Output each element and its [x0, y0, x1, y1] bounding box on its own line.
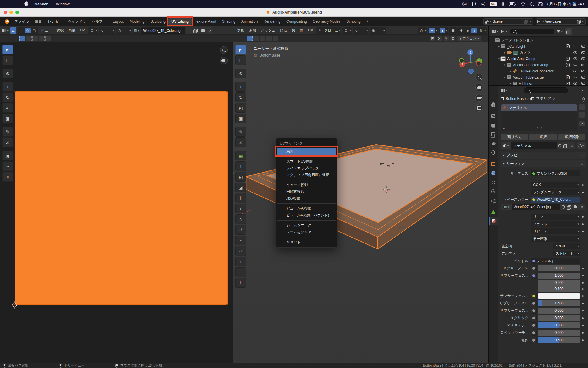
extrude-tool-button[interactable]: ↑ — [235, 161, 246, 171]
uv-menu-2[interactable]: 画像 — [66, 27, 78, 34]
tweak-tool-button[interactable]: ◤ — [2, 45, 13, 54]
workspace-tab-modeling[interactable]: Modeling — [127, 18, 148, 25]
disable-render-camera-icon[interactable] — [581, 64, 585, 66]
material-action-button-0[interactable]: 割り当て — [501, 134, 528, 140]
menubar-item-window[interactable]: Window — [52, 2, 74, 6]
properties-tab-render[interactable] — [489, 112, 498, 120]
resize-grip-icon[interactable]: ∷∷ — [505, 127, 575, 130]
select-mode-invert[interactable] — [39, 36, 45, 41]
tweak-tool-button[interactable]: ◤ — [235, 45, 246, 54]
context-menu-item-ビューから投影 (バウンド)[interactable]: ビューから投影 (バウンド) — [276, 212, 337, 219]
breadcrumb-tab[interactable]: マテリアル — [536, 96, 555, 101]
context-menu-item-シームをクリア[interactable]: シームをクリア — [276, 229, 337, 236]
input-source-badge[interactable]: US — [490, 2, 497, 6]
scene-selector[interactable]: ▾ Scene × — [483, 18, 533, 25]
dropdown-ストレート[interactable]: ストレート▾ — [553, 251, 580, 256]
outliner-item-label[interactable]: カメラ — [520, 50, 564, 55]
breadcrumb-object[interactable]: BottomBase — [506, 97, 526, 101]
new-view-layer-icon[interactable] — [577, 20, 581, 23]
outliner-row-Audio-Amp Group[interactable]: ▾Audio-Amp Group✓ — [489, 56, 588, 62]
airpods-icon[interactable] — [472, 2, 476, 6]
context-menu-item-アクティブ四角形面に追従[interactable]: アクティブ四角形面に追従 — [276, 172, 337, 178]
knife-tool-button[interactable]: / — [235, 204, 246, 213]
outliner-row-_Cam/Light[interactable]: ▾_Cam/Light✓ — [489, 43, 588, 49]
inset-tool-button[interactable]: ◱ — [235, 172, 246, 182]
close-window-button[interactable] — [4, 11, 7, 14]
select-mode-intersect[interactable] — [273, 36, 278, 41]
hide-eye-icon[interactable] — [573, 51, 577, 54]
node-socket-button[interactable] — [531, 337, 537, 343]
snap-dropdown[interactable]: ∪⠿▾ — [353, 27, 369, 34]
workspace-tab-animation[interactable]: Animation — [238, 18, 261, 25]
outliner-row-シーンコレクション[interactable]: シーンコレクション — [489, 37, 588, 43]
new-collection-button[interactable] — [565, 28, 572, 35]
uv-vertex-select-button[interactable]: ◦ — [18, 28, 24, 33]
context-menu-item-展開[interactable]: 展開 — [277, 148, 336, 155]
select-mode-subtract[interactable] — [260, 36, 265, 41]
properties-tab-tool[interactable] — [489, 101, 498, 108]
workspace-tab-rendering[interactable]: Rendering — [260, 18, 283, 25]
value-slider[interactable]: 0.500 — [538, 337, 580, 343]
bluetooth-icon[interactable] — [501, 2, 504, 6]
rotate-tool-button[interactable]: ↻ — [235, 92, 246, 102]
disable-render-camera-icon[interactable] — [581, 82, 585, 85]
proportional-edit-group[interactable]: ◉⌒▾ — [370, 27, 386, 34]
node-value-field[interactable]: Wood027_4K_Color... — [531, 197, 580, 203]
image-browse-button[interactable]: ▾ — [501, 204, 512, 210]
node-tree-dropdown[interactable]: ▾ — [577, 142, 586, 149]
properties-tab-scene[interactable] — [489, 140, 498, 147]
move-tool-button[interactable]: + — [235, 82, 246, 92]
properties-tab-object-data[interactable] — [489, 208, 498, 216]
select-mode-subtract[interactable] — [32, 36, 38, 41]
value-slider[interactable]: 0.500 — [538, 322, 580, 328]
viewport-camera-icon[interactable] — [475, 94, 483, 102]
uv-proportional-edit-group[interactable]: ◎⌒▾ — [116, 27, 132, 34]
measure-tool-button[interactable]: ∠ — [235, 137, 246, 147]
options-dropdown[interactable]: オプション▾ — [457, 36, 481, 42]
outliner-row-カメラ[interactable]: ▸カメラ — [489, 49, 588, 56]
measure-tool-button[interactable]: ∠ — [2, 137, 13, 147]
properties-tab-view-layer[interactable] — [489, 130, 498, 138]
node-value-field[interactable]: プリンシプルBSDF — [531, 170, 580, 176]
new-scene-icon[interactable] — [525, 20, 528, 23]
scale-tool-button[interactable]: ◰ — [2, 103, 13, 113]
cursor-2d-tool-button[interactable]: ⊕ — [2, 69, 13, 78]
node-socket-button[interactable] — [531, 322, 537, 328]
visibility-checkbox[interactable]: ✓ — [566, 63, 570, 67]
select-mode-set[interactable] — [19, 36, 25, 41]
outliner-item-label[interactable]: _Cam/Light — [507, 44, 564, 49]
dropdown-ランダムウォーク[interactable]: ランダムウォーク▾ — [531, 189, 580, 195]
surface-panel-header[interactable]: ▾ サーフェス ∷ — [501, 160, 586, 167]
dropdown-リニア[interactable]: リニア▾ — [531, 214, 580, 220]
properties-tab-output[interactable] — [489, 121, 498, 129]
viewport-ortho-toggle-icon[interactable] — [475, 104, 483, 112]
visibility-checkbox[interactable]: ✓ — [566, 75, 570, 79]
editor-type-menu[interactable]: ▾ — [491, 28, 499, 34]
disable-render-camera-icon[interactable] — [581, 76, 585, 79]
outliner-row-_Null-AudioConnector[interactable]: ▸_Null-AudioConnector — [489, 68, 588, 74]
properties-tab-particles[interactable] — [489, 178, 498, 186]
loop-cut-tool-button[interactable]: ∥ — [235, 193, 246, 203]
outliner-item-label[interactable]: _Null-AudioConnector — [519, 69, 564, 73]
pivot-point-dropdown[interactable]: ⊙▾ — [342, 27, 352, 34]
image-name-field[interactable]: Wood027_4K_Color.jpg — [141, 27, 185, 34]
wifi-icon[interactable] — [521, 2, 525, 6]
gizmos-toggle[interactable]: ✣▾ — [428, 27, 438, 34]
node-socket-button[interactable] — [531, 315, 537, 321]
transform-tool-button[interactable]: ▣ — [2, 114, 13, 123]
preview-panel-header[interactable]: ▸ プレビュー ∷ — [501, 152, 586, 159]
uv-zoom-icon[interactable] — [220, 46, 228, 54]
disclosure-arrow-icon[interactable]: ▾ — [508, 82, 513, 85]
scene-name[interactable]: Scene — [493, 19, 524, 24]
hide-eye-icon[interactable] — [573, 82, 577, 85]
topbar-menu-3[interactable]: ウィンドウ — [65, 18, 89, 25]
visibility-checkbox[interactable]: ✓ — [566, 57, 570, 61]
viewport-menu-4[interactable]: 辺 — [289, 27, 298, 34]
outliner-filter-icon[interactable]: ▾ — [556, 28, 563, 34]
value-slider[interactable]: 1.000 — [538, 273, 580, 279]
shear-tool-button[interactable]: ▱ — [235, 267, 246, 277]
outliner-item-label[interactable]: Audio-Amp Group — [507, 57, 564, 61]
disclosure-arrow-icon[interactable]: ▸ — [508, 70, 513, 73]
dropdown-フラット[interactable]: フラット▾ — [531, 221, 580, 227]
node-socket-button[interactable] — [531, 273, 537, 279]
